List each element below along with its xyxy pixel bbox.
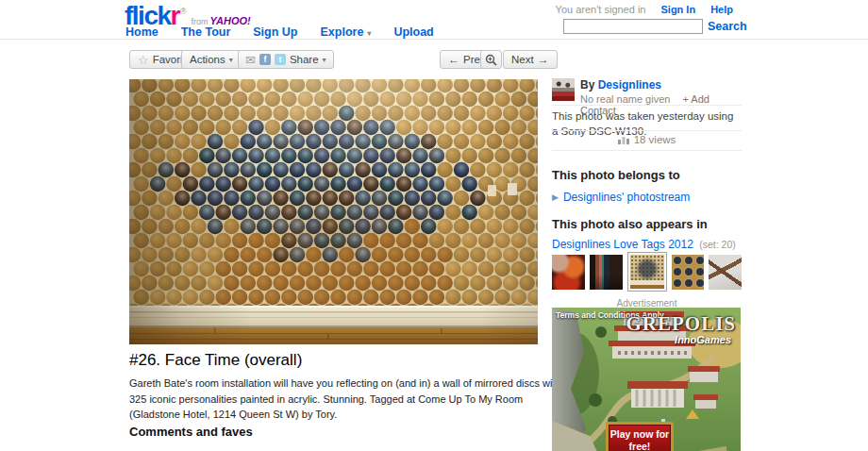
left-arrow-icon: ← — [448, 53, 459, 66]
views-count: 18 views — [634, 134, 676, 145]
star-icon: ☆ — [138, 54, 149, 66]
set-thumbnail-5[interactable] — [709, 255, 742, 290]
set-link[interactable]: Designlines Love Tags 2012 — [552, 238, 693, 251]
owner-byline: By Designlines — [580, 78, 742, 92]
twitter-icon[interactable]: t — [275, 54, 286, 65]
share-button[interactable]: ✉ f t Share ▾ — [238, 50, 334, 69]
signed-in-status: You aren't signed in — [556, 4, 646, 15]
ad-cta-line2: free! — [609, 441, 671, 451]
nav-explore[interactable]: Explore▾ — [321, 25, 372, 39]
divider — [552, 150, 742, 151]
chevron-down-icon: ▾ — [323, 56, 326, 64]
chevron-down-icon: ▾ — [367, 29, 371, 38]
advertisement[interactable]: Terms and Conditions Apply GREPOLIS Inno… — [552, 308, 741, 451]
set-thumbnails — [552, 250, 742, 293]
comments-heading: Comments and faves — [129, 425, 253, 439]
search-button[interactable]: Search — [708, 20, 747, 33]
photo-title: #26. Face Time (overall) — [129, 351, 302, 370]
zoom-button[interactable] — [480, 50, 502, 69]
set-thumbnail-4[interactable] — [672, 255, 705, 290]
set-thumbnail-1[interactable] — [552, 255, 585, 290]
sidebar: By Designlines No real name given + Add … — [552, 78, 742, 451]
set-thumbnail-2[interactable] — [590, 255, 623, 290]
by-label: By — [580, 78, 594, 92]
site-header: flickr® from YAHOO! Home The Tour Sign U… — [0, 0, 868, 40]
triangle-right-icon: ▶ — [552, 192, 559, 202]
next-label: Next — [511, 54, 534, 65]
owner-name-link[interactable]: Designlines — [598, 78, 661, 92]
ad-play-button[interactable]: Play now for free! — [606, 422, 674, 451]
avatar[interactable] — [552, 78, 575, 101]
nav-sign-up[interactable]: Sign Up — [253, 25, 297, 39]
set-row: Designlines Love Tags 2012 (set: 20) — [552, 238, 736, 251]
appears-heading: This photo also appears in — [552, 217, 708, 231]
photostream-row: ▶ Designlines' photostream — [552, 191, 690, 204]
registered-mark: ® — [180, 7, 187, 16]
ad-brand: InnoGames — [675, 334, 731, 345]
actions-label: Actions — [190, 54, 225, 65]
ad-cta-line1: Play now for — [609, 428, 671, 441]
photostream-link[interactable]: Designlines' photostream — [563, 191, 690, 204]
set-thumbnail-3-current[interactable] — [630, 255, 664, 289]
signin-row: You aren't signed in Sign In Help — [556, 4, 733, 15]
main-nav: Home The Tour Sign Up Explore▾ Upload — [125, 25, 434, 39]
photo-artwork — [129, 79, 538, 344]
share-label: Share — [290, 54, 319, 65]
help-link[interactable]: Help — [710, 4, 733, 15]
real-name-label: No real name given — [580, 93, 670, 105]
set-count: (set: 20) — [699, 239, 736, 250]
chevron-down-icon: ▾ — [229, 56, 233, 64]
views-row: 18 views — [552, 134, 742, 145]
nav-upload[interactable]: Upload — [393, 25, 433, 39]
facebook-icon[interactable]: f — [259, 54, 271, 65]
belongs-heading: This photo belongs to — [552, 168, 680, 182]
actions-button[interactable]: Actions ▾ — [181, 50, 242, 69]
ad-game-title: GREPOLIS — [626, 312, 736, 336]
email-icon: ✉ — [245, 54, 256, 66]
search-input[interactable] — [563, 19, 703, 34]
photo-image[interactable] — [129, 79, 538, 344]
next-button[interactable]: Next → — [503, 50, 558, 69]
set-thumbnail-current-frame[interactable] — [627, 252, 667, 292]
divider — [552, 130, 742, 131]
flickr-photo-page: flickr® from YAHOO! Home The Tour Sign U… — [0, 0, 868, 451]
photo-description: Gareth Bate's room installation will hav… — [129, 376, 561, 423]
nav-the-tour[interactable]: The Tour — [181, 25, 231, 39]
bar-chart-icon — [618, 135, 629, 144]
divider — [552, 105, 742, 106]
nav-home[interactable]: Home — [125, 25, 159, 39]
magnifier-plus-icon — [485, 54, 497, 66]
sign-in-link[interactable]: Sign In — [660, 4, 695, 15]
right-arrow-icon: → — [538, 53, 549, 66]
